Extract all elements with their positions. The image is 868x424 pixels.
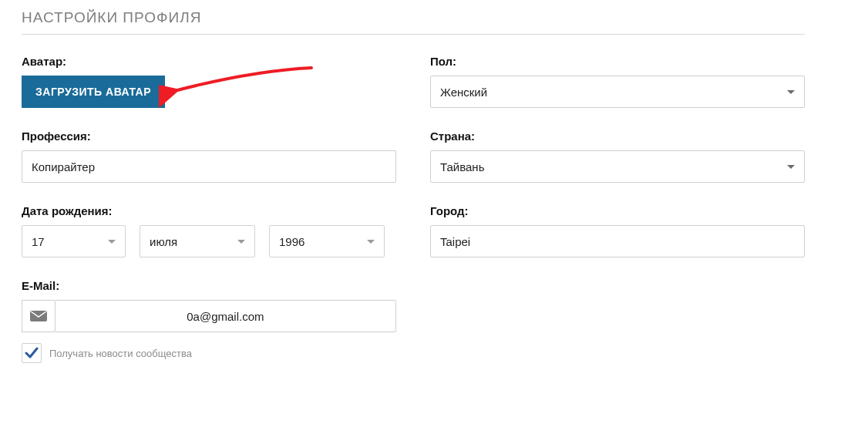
profession-field: Профессия: [22, 130, 396, 183]
avatar-label: Аватар: [22, 55, 396, 68]
city-label: Город: [430, 204, 805, 217]
email-icon-addon [22, 300, 55, 332]
avatar-field: Аватар: ЗАГРУЗИТЬ АВАТАР [22, 55, 396, 108]
city-field: Город: [430, 204, 805, 257]
chevron-down-icon [367, 240, 375, 244]
gender-select[interactable]: Женский [430, 76, 805, 108]
dob-year-value: 1996 [279, 235, 304, 248]
upload-avatar-button[interactable]: ЗАГРУЗИТЬ АВАТАР [22, 76, 165, 108]
city-input[interactable] [430, 225, 805, 257]
profession-input[interactable] [22, 150, 396, 183]
country-select[interactable]: Тайвань [430, 150, 805, 183]
email-label: E-Mail: [22, 279, 396, 292]
dob-month-value: июля [150, 235, 177, 248]
dob-month-select[interactable]: июля [140, 225, 255, 257]
check-icon [25, 347, 39, 359]
profession-label: Профессия: [22, 130, 396, 143]
chevron-down-icon [787, 90, 795, 94]
dob-day-value: 17 [32, 235, 45, 248]
right-column: Пол: Женский Страна: Тайвань Город: [430, 55, 805, 363]
dob-field: Дата рождения: 17 июля 1996 [22, 204, 396, 257]
country-label: Страна: [430, 130, 805, 143]
gender-field: Пол: Женский [430, 55, 805, 108]
email-field-group: E-Mail: По [22, 279, 396, 363]
dob-year-select[interactable]: 1996 [269, 225, 385, 257]
newsletter-checkbox[interactable] [22, 343, 42, 363]
chevron-down-icon [787, 165, 795, 169]
page-title: НАСТРОЙКИ ПРОФИЛЯ [22, 9, 805, 35]
envelope-icon [30, 311, 47, 321]
chevron-down-icon [237, 240, 245, 244]
left-column: Аватар: ЗАГРУЗИТЬ АВАТАР Профессия: Дата… [22, 55, 396, 363]
email-input[interactable] [55, 300, 396, 332]
country-value: Тайвань [440, 160, 484, 173]
dob-label: Дата рождения: [22, 204, 396, 217]
dob-day-select[interactable]: 17 [22, 225, 126, 257]
chevron-down-icon [108, 240, 116, 244]
gender-label: Пол: [430, 55, 805, 68]
gender-value: Женский [440, 86, 487, 99]
newsletter-label: Получать новости сообщества [49, 348, 192, 359]
country-field: Страна: Тайвань [430, 130, 805, 183]
